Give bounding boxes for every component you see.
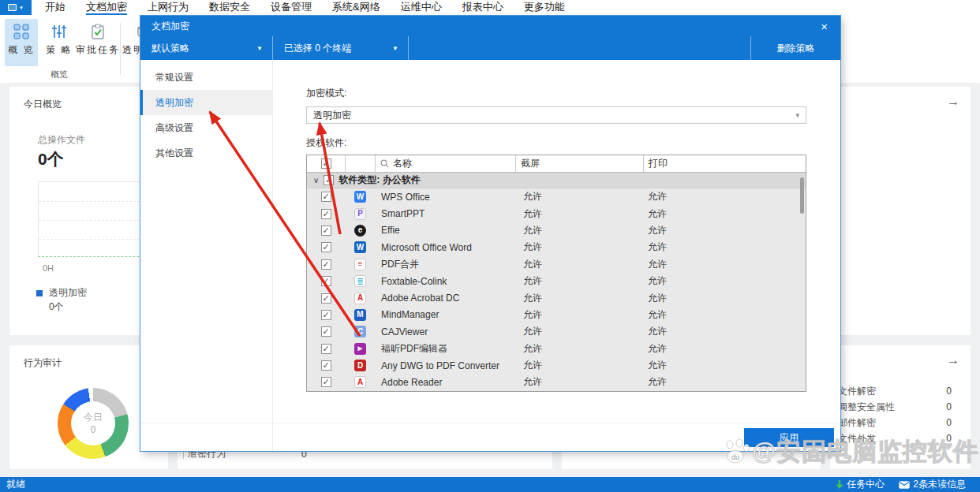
row-checkbox[interactable]: ✓	[321, 226, 331, 236]
table-row[interactable]: ✓ A Adobe Acrobat DC 允许 允许	[307, 289, 806, 306]
row-checkbox[interactable]: ✓	[321, 242, 331, 252]
ribbon-button-approval-tasks[interactable]: 审批任务	[78, 19, 118, 66]
right-panel-row-1: 文件解密0	[830, 383, 971, 399]
table-header: ✓ 名称 截屏 打印	[307, 155, 806, 173]
menu-item-6[interactable]: 系统&网络	[332, 0, 380, 15]
print-cell: 允许	[643, 258, 806, 271]
dialog-sidebar-item-1[interactable]: 常规设置	[140, 65, 272, 90]
screen-capture-cell: 允许	[515, 240, 643, 254]
screen-capture-cell: 允许	[515, 274, 643, 288]
menu-item-9[interactable]: 更多功能	[524, 0, 565, 15]
table-row[interactable]: ✓ e Effie 允许 允许	[307, 222, 806, 239]
screen-capture-cell: 允许	[515, 292, 643, 305]
row-checkbox[interactable]: ✓	[321, 209, 331, 219]
chevron-down-icon: ▼	[392, 45, 398, 52]
menu-items: 开始文档加密上网行为数据安全设备管理系统&网络运维中心报表中心更多功能	[32, 0, 572, 15]
table-row[interactable]: ✓ ≡ PDF合并 允许 允许	[307, 256, 806, 273]
apply-button[interactable]: 应用	[744, 428, 834, 447]
table-row[interactable]: ✓ ► 福昕PDF编辑器 允许 允许	[307, 341, 806, 357]
encryption-mode-select[interactable]: 透明加密 ▾	[306, 106, 806, 124]
dwg-to-pdf-icon: D	[354, 360, 366, 371]
row-checkbox[interactable]: ✓	[321, 192, 331, 202]
cajviewer-icon: C	[354, 326, 366, 337]
row-checkbox[interactable]: ✓	[321, 344, 331, 354]
software-group-row[interactable]: ∨ ✓ 软件类型: 办公软件	[307, 173, 806, 188]
menu-item-4[interactable]: 数据安全	[209, 0, 250, 15]
close-icon[interactable]: ×	[821, 20, 828, 32]
table-row[interactable]: ✓ M MindManager 允许 允许	[307, 307, 806, 323]
screen-capture-column-header[interactable]: 截屏	[515, 155, 643, 172]
arrow-right-icon[interactable]: →	[947, 353, 959, 367]
right-panel-row-4: 文件外发0	[830, 430, 971, 446]
legend-label: 透明加密	[49, 286, 87, 300]
row-checkbox[interactable]: ✓	[321, 259, 331, 270]
select-all-checkbox[interactable]: ✓	[321, 158, 331, 169]
table-row[interactable]: ✓ A Adobe Reader 允许 允许	[307, 374, 806, 390]
green-down-arrow-icon	[836, 480, 843, 490]
effie-icon: e	[354, 225, 366, 237]
authorized-software-table: ✓ 名称 截屏 打印	[306, 155, 806, 392]
arrow-right-icon[interactable]: →	[947, 95, 959, 109]
group-checkbox[interactable]: ✓	[324, 175, 334, 185]
table-row[interactable]: ✓ W WPS Office 允许 允许	[307, 188, 806, 205]
right-upper-card: →	[830, 87, 971, 335]
name-column-header[interactable]: 名称	[375, 155, 515, 172]
unread-messages-button[interactable]: 2条未读信息	[899, 478, 966, 491]
clipboard-check-icon	[90, 24, 106, 39]
menu-item-2[interactable]: 文档加密	[86, 0, 127, 15]
status-bar: 就绪 任务中心 2条未读信息	[0, 477, 980, 492]
policy-dropdown[interactable]: 默认策略 ▼	[140, 36, 273, 60]
print-cell: 允许	[643, 240, 806, 254]
table-scrollbar-thumb[interactable]	[800, 177, 804, 214]
row-checkbox[interactable]: ✓	[321, 276, 331, 286]
screen-capture-cell: 允许	[515, 359, 643, 372]
icon-column-header	[345, 155, 375, 172]
foxit-pdf-editor-icon: ►	[354, 343, 366, 355]
menu-item-7[interactable]: 运维中心	[401, 0, 442, 15]
screen-capture-cell: 允许	[515, 258, 643, 271]
menu-item-5[interactable]: 设备管理	[271, 0, 312, 15]
authorized-software-label: 授权软件:	[306, 136, 806, 150]
delete-policy-button[interactable]: 删除策略	[750, 36, 840, 60]
toolbar-spacer	[409, 36, 750, 60]
row-checkbox[interactable]: ✓	[321, 293, 331, 304]
menu-item-3[interactable]: 上网行为	[148, 0, 189, 15]
dialog-sidebar: 常规设置透明加密高级设置其他设置	[140, 60, 273, 451]
table-row[interactable]: ✓ P SmartPPT 允许 允许	[307, 205, 806, 222]
mindmanager-icon: M	[354, 309, 366, 321]
sliders-icon	[51, 24, 67, 39]
table-row[interactable]: ✓ D Any DWG to PDF Converter 允许 允许	[307, 357, 806, 374]
ribbon-button-overview[interactable]: 概 览	[5, 19, 38, 66]
print-cell: 允许	[643, 308, 806, 322]
task-center-button[interactable]: 任务中心	[836, 478, 885, 491]
smartppt-icon: P	[354, 208, 366, 220]
row-checkbox[interactable]: ✓	[321, 326, 331, 337]
ribbon-button-policy[interactable]: 策 略	[43, 19, 76, 66]
terminals-dropdown[interactable]: 已选择 0 个终端 ▼	[273, 36, 409, 60]
menu-bar: ▼ 开始文档加密上网行为数据安全设备管理系统&网络运维中心报表中心更多功能	[0, 0, 980, 15]
print-cell: 允许	[643, 325, 806, 338]
print-column-header[interactable]: 打印	[643, 155, 806, 172]
ribbon-group-label: 概览	[32, 69, 87, 80]
menu-item-1[interactable]: 开始	[45, 0, 65, 15]
dialog-sidebar-item-4[interactable]: 其他设置	[140, 140, 272, 166]
word-icon: W	[354, 241, 366, 253]
menu-item-8[interactable]: 报表中心	[462, 0, 503, 15]
table-row[interactable]: ✓ C CAJViewer 允许 允许	[307, 323, 806, 340]
document-encryption-dialog: 文档加密 × 默认策略 ▼ 已选择 0 个终端 ▼ 删除策略 常规设置透明加密高…	[140, 16, 840, 451]
ribbon-button-label: 概 览	[8, 43, 34, 57]
adobe-reader-icon: A	[354, 376, 366, 388]
right-panel-rows: 文件解密0调整安全属性0邮件解密0文件外发0	[830, 383, 971, 446]
dialog-sidebar-item-3[interactable]: 高级设置	[140, 115, 272, 140]
dialog-title-bar: 文档加密 ×	[140, 16, 840, 36]
row-checkbox[interactable]: ✓	[321, 310, 331, 320]
ribbon-button-label: 审批任务	[76, 43, 120, 57]
row-checkbox[interactable]: ✓	[321, 377, 331, 387]
dialog-body: 常规设置透明加密高级设置其他设置 加密模式: 透明加密 ▾ 授权软件: ✓	[140, 60, 840, 451]
dialog-sidebar-item-2[interactable]: 透明加密	[140, 90, 272, 115]
software-table-body: ✓ W WPS Office 允许 允许 ✓ P SmartPPT 允许 允许 …	[307, 188, 806, 391]
table-row[interactable]: ✓ ≣ Foxtable-Colink 允许 允许	[307, 273, 806, 289]
row-checkbox[interactable]: ✓	[321, 360, 331, 371]
table-row[interactable]: ✓ W Microsoft Office Word 允许 允许	[307, 239, 806, 255]
app-menu-button[interactable]: ▼	[0, 0, 32, 15]
